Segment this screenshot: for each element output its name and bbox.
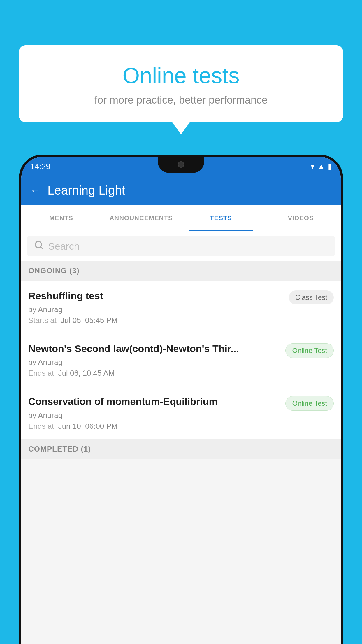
test-item-1[interactable]: Reshuffling test by Anurag Starts at Jul… [21,281,341,333]
time-label-2: Ends at [28,369,58,377]
speech-bubble-container: Online tests for more practice, better p… [19,45,343,122]
ongoing-section-label: ONGOING (3) [28,266,80,275]
test-author-3: by Anurag [28,411,281,420]
time-label-3: Ends at [28,422,58,430]
speech-bubble: Online tests for more practice, better p… [19,45,343,122]
signal-icon: ▲ [317,162,325,171]
test-info-2: Newton's Second law(contd)-Newton's Thir… [28,342,281,378]
test-name-2: Newton's Second law(contd)-Newton's Thir… [28,342,281,355]
search-placeholder: Search [48,241,80,252]
test-name-1: Reshuffling test [28,289,284,302]
content-area: Search ONGOING (3) Reshuffling test by A… [21,231,341,644]
app-bar: ← Learning Light [21,176,341,205]
test-time-3: Ends at Jun 10, 06:00 PM [28,422,281,431]
completed-section-label: COMPLETED (1) [28,444,91,453]
test-name-3: Conservation of momentum-Equilibrium [28,395,281,408]
test-item-2[interactable]: Newton's Second law(contd)-Newton's Thir… [21,333,341,386]
badge-3: Online Test [285,396,334,411]
tab-tests[interactable]: TESTS [181,205,261,231]
svg-line-1 [41,247,42,249]
battery-icon: ▮ [328,162,332,171]
test-author-1: by Anurag [28,305,284,314]
app-bar-title: Learning Light [48,183,125,197]
back-button[interactable]: ← [30,184,41,197]
status-time: 14:29 [30,162,50,171]
badge-2: Online Test [285,343,334,358]
tabs-bar: MENTS ANNOUNCEMENTS TESTS VIDEOS [21,205,341,231]
search-bar[interactable]: Search [27,236,335,256]
search-container: Search [21,231,341,261]
test-author-2: by Anurag [28,358,281,367]
ongoing-section-header: ONGOING (3) [21,261,341,281]
speech-bubble-title: Online tests [34,63,328,88]
wifi-icon: ▾ [311,162,314,171]
search-icon [34,240,43,252]
phone-inner: 14:29 ▾ ▲ ▮ ← Learning Light MENTS [21,157,341,644]
tab-announcements[interactable]: ANNOUNCEMENTS [101,205,181,231]
time-label-1: Starts at [28,316,61,325]
status-bar: 14:29 ▾ ▲ ▮ [21,157,341,176]
test-time-2: Ends at Jul 06, 10:45 AM [28,369,281,378]
phone-screen: 14:29 ▾ ▲ ▮ ← Learning Light MENTS [21,157,341,644]
badge-1: Class Test [289,290,334,304]
speech-bubble-subtitle: for more practice, better performance [34,94,328,106]
tab-videos[interactable]: VIDEOS [261,205,341,231]
test-info-1: Reshuffling test by Anurag Starts at Jul… [28,289,284,325]
test-item-3[interactable]: Conservation of momentum-Equilibrium by … [21,386,341,439]
notch-camera [178,161,184,168]
completed-section-header: COMPLETED (1) [21,439,341,459]
status-icons: ▾ ▲ ▮ [311,162,332,171]
tab-ments[interactable]: MENTS [21,205,101,231]
test-info-3: Conservation of momentum-Equilibrium by … [28,395,281,430]
notch [158,157,204,173]
test-list: Reshuffling test by Anurag Starts at Jul… [21,281,341,439]
phone-frame: 14:29 ▾ ▲ ▮ ← Learning Light MENTS [19,155,343,644]
test-time-1: Starts at Jul 05, 05:45 PM [28,316,284,325]
